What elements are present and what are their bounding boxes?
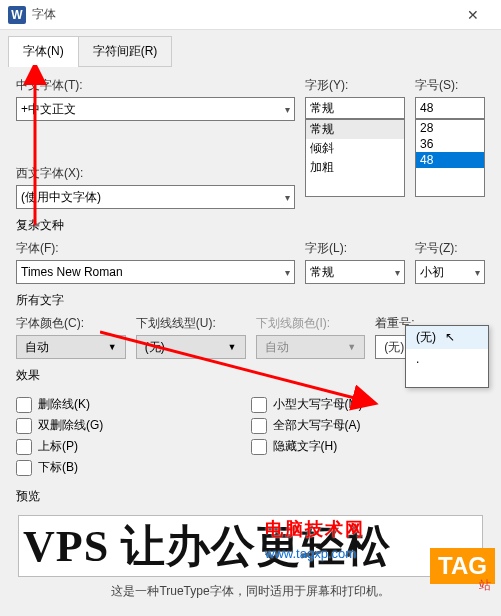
subscript-checkbox[interactable]: 下标(B) <box>16 459 251 476</box>
complex-style-value: 常规 <box>310 264 334 281</box>
font-color-label: 字体颜色(C): <box>16 315 126 332</box>
western-font-value: (使用中文字体) <box>21 189 101 206</box>
watermark-tag-sub: 站 <box>479 577 491 594</box>
size-label: 字号(S): <box>415 77 485 94</box>
list-item[interactable]: 36 <box>416 136 484 152</box>
emphasis-value: (无) <box>384 339 404 356</box>
emphasis-option-none[interactable]: (无) ↖ <box>406 326 488 349</box>
hidden-checkbox[interactable]: 隐藏文字(H) <box>251 438 486 455</box>
size-input[interactable] <box>415 97 485 119</box>
font-color-dropdown[interactable]: 自动 ▼ <box>16 335 126 359</box>
alltext-group-label: 所有文字 <box>16 292 485 309</box>
emphasis-popup[interactable]: (无) ↖ . <box>405 325 489 388</box>
smallcaps-checkbox[interactable]: 小型大写字母(M) <box>251 396 486 413</box>
chevron-down-icon: ▾ <box>285 192 290 203</box>
title-bar: W 字体 ✕ <box>0 0 501 30</box>
allcaps-checkbox[interactable]: 全部大写字母(A) <box>251 417 486 434</box>
complex-size-combo[interactable]: 小初 ▾ <box>415 260 485 284</box>
preview-description: 这是一种TrueType字体，同时适用于屏幕和打印机。 <box>16 577 485 608</box>
list-item[interactable]: 加粗 <box>306 158 404 177</box>
underline-dropdown[interactable]: (无) ▼ <box>136 335 246 359</box>
underline-value: (无) <box>145 339 165 356</box>
chevron-down-icon: ▾ <box>395 267 400 278</box>
chevron-down-icon: ▼ <box>347 342 356 352</box>
dialog-title: 字体 <box>32 6 453 23</box>
complex-size-label: 字号(Z): <box>415 240 485 257</box>
western-font-label: 西文字体(X): <box>16 165 295 182</box>
double-strike-checkbox[interactable]: 双删除线(G) <box>16 417 251 434</box>
preview-box: VPS 让办公更轻松 <box>18 515 483 577</box>
underline-color-value: 自动 <box>265 339 289 356</box>
complex-size-value: 小初 <box>420 264 444 281</box>
complex-style-label: 字形(L): <box>305 240 405 257</box>
superscript-checkbox[interactable]: 上标(P) <box>16 438 251 455</box>
font-color-value: 自动 <box>25 339 49 356</box>
complex-style-combo[interactable]: 常规 ▾ <box>305 260 405 284</box>
cursor-icon: ↖ <box>445 330 455 344</box>
complex-font-label: 字体(F): <box>16 240 295 257</box>
tab-spacing[interactable]: 字符间距(R) <box>78 36 173 67</box>
style-input[interactable] <box>305 97 405 119</box>
chevron-down-icon: ▾ <box>285 104 290 115</box>
close-button[interactable]: ✕ <box>453 7 493 23</box>
list-item[interactable]: 倾斜 <box>306 139 404 158</box>
watermark-url: www.tagxp.com <box>265 546 356 561</box>
word-app-icon: W <box>8 6 26 24</box>
style-listbox[interactable]: 常规 倾斜 加粗 <box>305 119 405 197</box>
list-item[interactable]: 48 <box>416 152 484 168</box>
chevron-down-icon: ▼ <box>108 342 117 352</box>
western-font-combo[interactable]: (使用中文字体) ▾ <box>16 185 295 209</box>
cn-font-combo[interactable]: +中文正文 ▾ <box>16 97 295 121</box>
complex-font-combo[interactable]: Times New Roman ▾ <box>16 260 295 284</box>
underline-color-label: 下划线颜色(I): <box>256 315 366 332</box>
tab-bar: 字体(N) 字符间距(R) <box>0 30 501 67</box>
preview-label: 预览 <box>16 488 485 505</box>
strike-checkbox[interactable]: 删除线(K) <box>16 396 251 413</box>
tab-font[interactable]: 字体(N) <box>8 36 79 67</box>
complex-group-label: 复杂文种 <box>16 217 485 234</box>
emphasis-option-dot[interactable]: . <box>406 349 488 369</box>
underline-label: 下划线线型(U): <box>136 315 246 332</box>
list-item[interactable]: 28 <box>416 120 484 136</box>
size-listbox[interactable]: 28 36 48 <box>415 119 485 197</box>
chevron-down-icon: ▾ <box>285 267 290 278</box>
cn-font-label: 中文字体(T): <box>16 77 295 94</box>
style-label: 字形(Y): <box>305 77 405 94</box>
watermark-brand: 电脑技术网 <box>265 517 365 541</box>
complex-font-value: Times New Roman <box>21 265 123 279</box>
chevron-down-icon: ▾ <box>475 267 480 278</box>
list-item[interactable]: 常规 <box>306 120 404 139</box>
underline-color-dropdown: 自动 ▼ <box>256 335 366 359</box>
chevron-down-icon: ▼ <box>228 342 237 352</box>
cn-font-value: +中文正文 <box>21 101 76 118</box>
